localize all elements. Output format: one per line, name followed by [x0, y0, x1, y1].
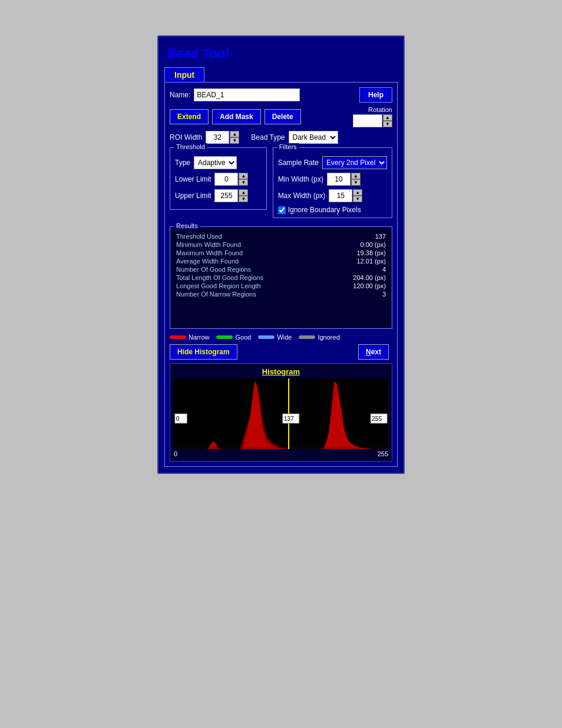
lower-up[interactable]: ▲: [239, 173, 248, 179]
rotation-input-row: ▲ ▼: [353, 114, 392, 127]
upper-limit-label: Upper Limit: [175, 192, 211, 200]
tab-input[interactable]: Input: [164, 67, 204, 82]
upper-limit-input[interactable]: [214, 189, 238, 202]
extend-button[interactable]: Extend: [170, 109, 209, 124]
result-value: 204.00 (px): [353, 274, 386, 281]
result-value: 3: [382, 291, 386, 298]
result-label: Average Width Found: [176, 258, 239, 265]
result-value: 12.01 (px): [356, 258, 386, 265]
rotation-down[interactable]: ▼: [383, 121, 392, 127]
bottom-buttons: Hide Histogram Next: [170, 344, 392, 360]
result-row: Maximum Width Found19.38 (px): [176, 249, 386, 256]
max-width-spinner: ▲ ▼: [329, 189, 362, 202]
sample-rate-select[interactable]: Every 2nd Pixel Every Pixel Every 3rd Pi…: [322, 156, 387, 169]
result-row: Number Of Good Regions4: [176, 266, 386, 273]
next-button[interactable]: Next: [358, 344, 389, 360]
rotation-input[interactable]: [353, 114, 382, 127]
lower-limit-label: Lower Limit: [175, 175, 211, 183]
roi-width-input[interactable]: [206, 131, 229, 144]
narrow-label: Narrow: [189, 334, 209, 341]
threshold-type-label: Type: [175, 159, 190, 167]
help-button[interactable]: Help: [359, 87, 392, 103]
svg-text:137: 137: [284, 415, 294, 422]
roi-width-spinner: ▲ ▼: [206, 131, 239, 144]
max-arrows: ▲ ▼: [353, 189, 362, 202]
upper-down[interactable]: ▼: [239, 196, 248, 202]
roi-bead-row: ROI Width ▲ ▼ Bead Type Dark Bead Light …: [170, 131, 392, 144]
rotation-box: Rotation ▲ ▼: [353, 106, 392, 127]
min-width-row: Min Width (px) ▲ ▼: [278, 173, 387, 186]
max-width-row: Max Width (px) ▲ ▼: [278, 189, 387, 202]
histogram-svg: 0 137 255: [174, 378, 388, 449]
legend-ignored: Ignored: [299, 334, 339, 341]
ignored-dot: [299, 335, 315, 339]
hist-x-right: 255: [378, 450, 388, 457]
filters-title: Filters: [277, 143, 299, 150]
min-down[interactable]: ▼: [351, 179, 361, 186]
max-down[interactable]: ▼: [353, 196, 362, 202]
result-value: 19.38 (px): [356, 249, 386, 256]
legend-row: Narrow Good Wide Ignored: [170, 334, 392, 341]
threshold-type-select[interactable]: Adaptive Manual: [194, 156, 237, 169]
result-value: 0.00 (px): [361, 241, 386, 248]
ignore-boundary-label: Ignore Boundary Pixels: [288, 206, 361, 214]
hist-x-left: 0: [174, 450, 177, 457]
sample-rate-label: Sample Rate: [278, 159, 319, 167]
result-label: Minimum Width Found: [176, 241, 241, 248]
bead-type-label: Bead Type: [251, 133, 285, 141]
threshold-col: Threshold Type Adaptive Manual Lower Lim…: [170, 147, 267, 222]
result-label: Total Length Of Good Regions: [176, 274, 263, 281]
lower-limit-row: Lower Limit ▲ ▼: [175, 173, 262, 186]
min-width-input[interactable]: [327, 173, 351, 186]
name-input[interactable]: [194, 88, 300, 101]
name-label: Name:: [170, 91, 190, 99]
wide-dot: [258, 335, 275, 339]
result-value: 4: [382, 266, 386, 273]
histogram-title: Histogram: [174, 367, 388, 376]
filters-section: Filters Sample Rate Every 2nd Pixel Ever…: [273, 147, 392, 218]
ignore-boundary-row: Ignore Boundary Pixels: [278, 206, 387, 214]
threshold-section: Threshold Type Adaptive Manual Lower Lim…: [170, 147, 267, 210]
add-mask-button[interactable]: Add Mask: [212, 109, 261, 124]
histogram-section: Histogram: [170, 363, 392, 462]
good-dot: [216, 335, 233, 339]
tab-bar: Input: [164, 67, 398, 82]
result-label: Number Of Good Regions: [176, 266, 251, 273]
roi-width-label: ROI Width: [170, 133, 202, 141]
histogram-markers: 0 255: [174, 450, 388, 457]
sample-rate-row: Sample Rate Every 2nd Pixel Every Pixel …: [278, 156, 387, 169]
max-up[interactable]: ▲: [353, 189, 362, 196]
rotation-spinner: ▲ ▼: [383, 114, 392, 127]
results-title: Results: [174, 222, 200, 229]
ignore-boundary-checkbox[interactable]: [278, 206, 286, 214]
lower-arrows: ▲ ▼: [239, 173, 248, 186]
results-area: Results Threshold Used137Minimum Width F…: [170, 226, 392, 329]
results-scroll[interactable]: Threshold Used137Minimum Width Found0.00…: [174, 230, 388, 325]
ignored-label: Ignored: [318, 334, 339, 341]
max-width-input[interactable]: [329, 189, 352, 202]
min-up[interactable]: ▲: [351, 173, 361, 179]
rotation-up[interactable]: ▲: [383, 114, 392, 121]
result-row: Number Of Narrow Regions3: [176, 291, 386, 298]
hide-histogram-button[interactable]: Hide Histogram: [170, 344, 237, 360]
action-row: Extend Add Mask Delete Rotation ▲ ▼: [170, 106, 392, 127]
result-label: Maximum Width Found: [176, 249, 243, 256]
bead-type-select[interactable]: Dark Bead Light Bead: [289, 131, 338, 144]
roi-down[interactable]: ▼: [230, 137, 239, 144]
legend-good: Good: [216, 334, 251, 341]
upper-limit-row: Upper Limit ▲ ▼: [175, 189, 262, 202]
min-arrows: ▲ ▼: [351, 173, 361, 186]
legend-narrow: Narrow: [170, 334, 209, 341]
delete-button[interactable]: Delete: [265, 109, 301, 124]
threshold-type-row: Type Adaptive Manual: [175, 156, 262, 169]
lower-down[interactable]: ▼: [239, 179, 248, 186]
content-area: Name: Help Extend Add Mask Delete Rotati…: [164, 82, 398, 467]
narrow-dot: [170, 335, 186, 339]
upper-up[interactable]: ▲: [239, 189, 248, 196]
roi-up[interactable]: ▲: [230, 131, 239, 137]
name-row: Name: Help: [170, 87, 392, 103]
min-width-label: Min Width (px): [278, 175, 323, 183]
result-value: 120.00 (px): [353, 282, 386, 289]
lower-limit-input[interactable]: [214, 173, 238, 186]
lower-limit-spinner: ▲ ▼: [214, 173, 248, 186]
